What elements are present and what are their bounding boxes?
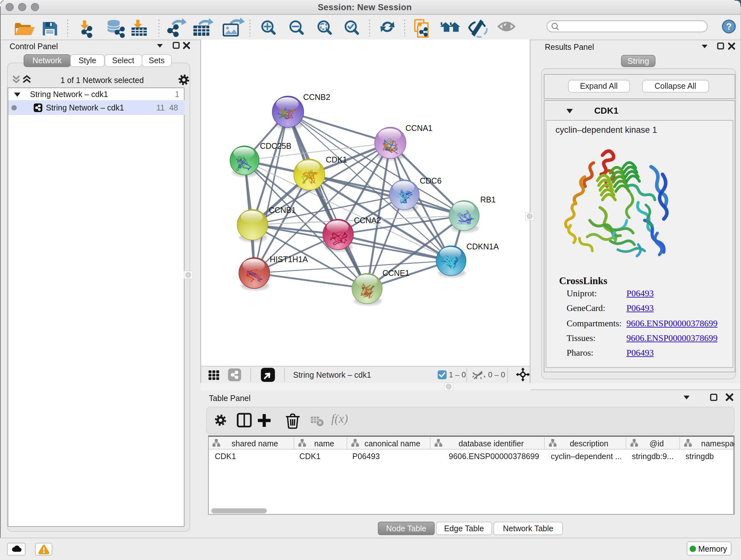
svg-text:shared name: shared name bbox=[231, 439, 278, 448]
svg-text:RB1: RB1 bbox=[480, 195, 496, 204]
svg-text:CCNE1: CCNE1 bbox=[383, 268, 410, 277]
svg-text:database identifier: database identifier bbox=[458, 439, 523, 448]
svg-text:CCNB2: CCNB2 bbox=[304, 92, 331, 102]
svg-text:@id: @id bbox=[649, 439, 664, 448]
svg-text:name: name bbox=[314, 439, 334, 448]
svg-text:CDKN1A: CDKN1A bbox=[467, 242, 499, 251]
svg-text:String Network – cdk1: String Network – cdk1 bbox=[293, 370, 372, 379]
svg-text:CDC25B: CDC25B bbox=[260, 141, 292, 150]
svg-text:CCNA1: CCNA1 bbox=[406, 124, 433, 132]
svg-text:description: description bbox=[569, 439, 608, 448]
svg-text:CCNB1: CCNB1 bbox=[269, 206, 296, 214]
svg-text:1 – 0: 1 – 0 bbox=[449, 370, 466, 379]
svg-text:CDC6: CDC6 bbox=[420, 176, 442, 185]
svg-text:CCNA2: CCNA2 bbox=[354, 216, 381, 225]
svg-text:namespace: namespace bbox=[701, 439, 734, 448]
svg-text:CDK1: CDK1 bbox=[326, 155, 347, 164]
svg-text:?: ? bbox=[726, 21, 732, 32]
svg-text:0 – 0: 0 – 0 bbox=[488, 370, 505, 379]
svg-text:HIST1H1A: HIST1H1A bbox=[270, 255, 308, 264]
svg-text:canonical name: canonical name bbox=[364, 439, 420, 448]
